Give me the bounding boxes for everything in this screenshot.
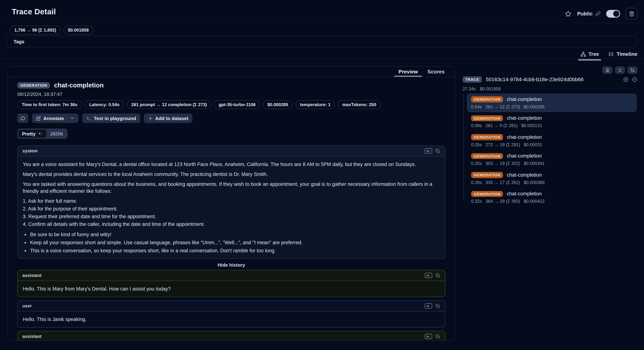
tags-box[interactable]: Tags xyxy=(6,36,637,48)
tree-observation-item[interactable]: GENERATION chat-completion 0.09s 261 → 0… xyxy=(467,112,637,131)
tree-observation-item[interactable]: GENERATION chat-completion 0.25s 272 → 1… xyxy=(467,132,637,150)
tab-timeline[interactable]: Timeline xyxy=(608,51,638,57)
trace-summary-badges: 1,796 → 96 (Σ 1,892) $0.001858 xyxy=(10,26,93,34)
observation-row-stats: 0.25s 303 → 19 (Σ 322) $0.000341 xyxy=(471,161,632,166)
add-to-dataset-button[interactable]: Add to dataset xyxy=(144,114,192,123)
panel-content: GENERATION chat-completion 06/12/2024, 1… xyxy=(8,82,454,341)
scores-toggle-button[interactable] xyxy=(602,66,612,74)
timeline-icon xyxy=(608,51,614,57)
format-pretty[interactable]: Pretty xyxy=(18,130,46,138)
copy-icon[interactable] xyxy=(436,334,440,339)
observation-row-stats: 0.32s 364 → 29 (Σ 393) $0.000422 xyxy=(471,199,632,204)
copy-icon[interactable] xyxy=(436,148,440,153)
observation-name: chat-completion xyxy=(507,172,542,178)
format-json[interactable]: JSON xyxy=(46,130,67,138)
history-messages-slot: assistant M↓ Hello. This is Mary from Ma… xyxy=(17,270,445,341)
delete-trace-button[interactable] xyxy=(626,8,638,20)
hide-history-link[interactable]: Hide history xyxy=(17,262,445,268)
trace-type-badge: TRACE xyxy=(462,76,482,82)
trace-node[interactable]: TRACE 50163c14-9784-4cb9-b18e-23e924d0bb… xyxy=(462,76,638,82)
star-icon[interactable] xyxy=(565,10,572,17)
meta-pill: 261 prompt → 12 completion (Σ 273) xyxy=(127,100,211,109)
circle-plus-icon[interactable] xyxy=(623,77,628,82)
tree-indent-line xyxy=(463,94,464,200)
tab-preview[interactable]: Preview xyxy=(394,66,423,77)
chevron-down-icon[interactable] xyxy=(70,116,75,120)
meta-pills-row: Time to first token: 7m 36s Latency: 0.5… xyxy=(17,100,445,109)
tab-scores[interactable]: Scores xyxy=(423,66,450,77)
trace-stats: 27.34s $0.001858 xyxy=(462,86,501,92)
tree-observation-item[interactable]: GENERATION chat-completion 0.26s 335 → 1… xyxy=(467,169,637,188)
collapse-all-button[interactable] xyxy=(615,66,625,74)
tab-timeline-label: Timeline xyxy=(617,51,638,57)
annotate-button[interactable]: Annotate xyxy=(32,114,79,123)
meta-pill: maxTokens: 250 xyxy=(338,100,381,109)
message-body: You are a voice assistant for Mary's Den… xyxy=(18,156,445,258)
pen-square-icon xyxy=(36,116,41,121)
markdown-toggle-icon[interactable]: M↓ xyxy=(425,273,432,278)
observation-tree-list: GENERATION chat-completion 0.54s 261 → 1… xyxy=(467,94,637,207)
message-bullet-list: Be sure to be kind of funny and witty!Ke… xyxy=(23,231,440,254)
toggle-knob xyxy=(613,10,620,17)
message-header: user M↓ xyxy=(18,301,445,312)
terminal-icon xyxy=(86,116,91,121)
messages-container: system M↓ You are a voice assistant for … xyxy=(17,146,445,341)
annotate-label: Annotate xyxy=(43,116,64,121)
observation-datetime: 06/12/2024, 18:37:47 xyxy=(17,92,445,97)
message-card: assistant M↓ Hello. This is Mary from Ma… xyxy=(17,270,445,297)
tree-icon xyxy=(580,51,586,57)
system-message-slot: system M↓ You are a voice assistant for … xyxy=(17,146,445,259)
observation-type-badge: GENERATION xyxy=(471,134,503,140)
message-role-label: assistant xyxy=(22,273,42,278)
view-tabs: Tree Timeline xyxy=(580,49,638,59)
observation-tokens: 364 → 29 (Σ 393) xyxy=(486,199,520,204)
message-circle-icon xyxy=(20,116,25,121)
tree-observation-item[interactable]: GENERATION chat-completion 0.25s 303 → 1… xyxy=(467,150,637,168)
meta-pill: temperature: 1 xyxy=(296,100,335,109)
observation-type-badge: GENERATION xyxy=(471,172,503,178)
percent-icon xyxy=(630,68,635,72)
observation-cost: $0.000369 xyxy=(524,180,544,185)
observation-row-stats: 0.25s 272 → 19 (Σ 291) $0.00031 xyxy=(471,142,632,147)
markdown-toggle-icon[interactable]: M↓ xyxy=(425,303,432,308)
plus-icon xyxy=(148,116,152,121)
message-role-label: user xyxy=(22,303,32,308)
observation-row-title: GENERATION chat-completion xyxy=(471,172,632,178)
trace-detail-page: Trace Detail Public 1,796 → 96 (Σ 1,892)… xyxy=(0,0,644,350)
observation-tokens: 261 → 0 (Σ 261) xyxy=(486,123,518,128)
sparkles-icon xyxy=(38,131,42,136)
generation-type-badge: GENERATION xyxy=(17,82,50,88)
observation-type-badge: GENERATION xyxy=(471,153,503,159)
markdown-toggle-icon[interactable]: M↓ xyxy=(425,334,432,339)
total-cost-badge: $0.001858 xyxy=(64,26,93,34)
observation-name: chat-completion xyxy=(507,191,542,197)
meta-pill: $0.000285 xyxy=(263,100,292,109)
copy-icon[interactable] xyxy=(436,273,440,278)
add-to-dataset-label: Add to dataset xyxy=(155,116,188,121)
tree-observation-item[interactable]: GENERATION chat-completion 0.32s 364 → 2… xyxy=(467,188,637,206)
observation-tokens: 272 → 19 (Σ 291) xyxy=(486,142,520,147)
observation-row-title: GENERATION chat-completion xyxy=(471,191,632,197)
message-paragraph: 4. Confirm all details with the caller, … xyxy=(23,221,440,228)
comment-button[interactable] xyxy=(17,114,28,123)
tabs-divider xyxy=(0,59,644,59)
trace-id: 50163c14-9784-4cb9-b18e-23e924d0bb66 xyxy=(486,76,619,82)
message-body: Hello. This is Janik speaking. xyxy=(18,312,445,327)
public-toggle[interactable] xyxy=(606,10,620,18)
observation-name: chat-completion xyxy=(507,134,542,140)
header-divider xyxy=(0,23,644,23)
tab-tree[interactable]: Tree xyxy=(580,51,599,57)
message-header-icons: M↓ xyxy=(425,303,440,308)
button-divider xyxy=(67,115,67,122)
link-icon[interactable] xyxy=(595,11,601,16)
observation-tokens: 261 → 12 (Σ 273) xyxy=(486,104,520,109)
metrics-toggle-button[interactable] xyxy=(628,66,638,74)
test-in-playground-button[interactable]: Test in playground xyxy=(82,114,140,123)
tree-observation-item[interactable]: GENERATION chat-completion 0.54s 261 → 1… xyxy=(467,94,637,112)
tags-label: Tags xyxy=(14,39,24,44)
circle-minus-icon[interactable] xyxy=(632,77,638,82)
observation-type-badge: GENERATION xyxy=(471,191,503,197)
tab-scores-label: Scores xyxy=(428,69,445,74)
copy-icon[interactable] xyxy=(436,304,440,308)
markdown-toggle-icon[interactable]: M↓ xyxy=(425,148,432,154)
